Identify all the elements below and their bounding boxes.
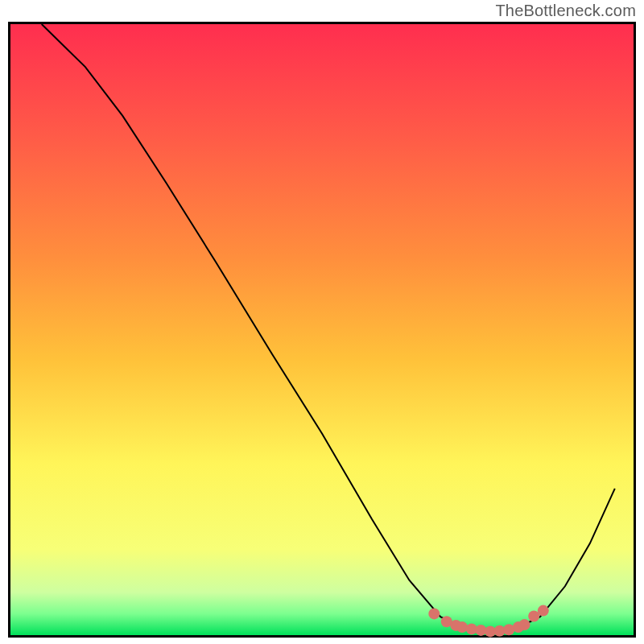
marker-point: [519, 619, 530, 630]
marker-point: [538, 605, 549, 617]
marker-point: [456, 621, 468, 633]
chart-plot: [0, 0, 644, 644]
plot-background: [10, 24, 634, 635]
watermark-text: TheBottleneck.com: [495, 2, 636, 20]
marker-point: [428, 608, 440, 619]
